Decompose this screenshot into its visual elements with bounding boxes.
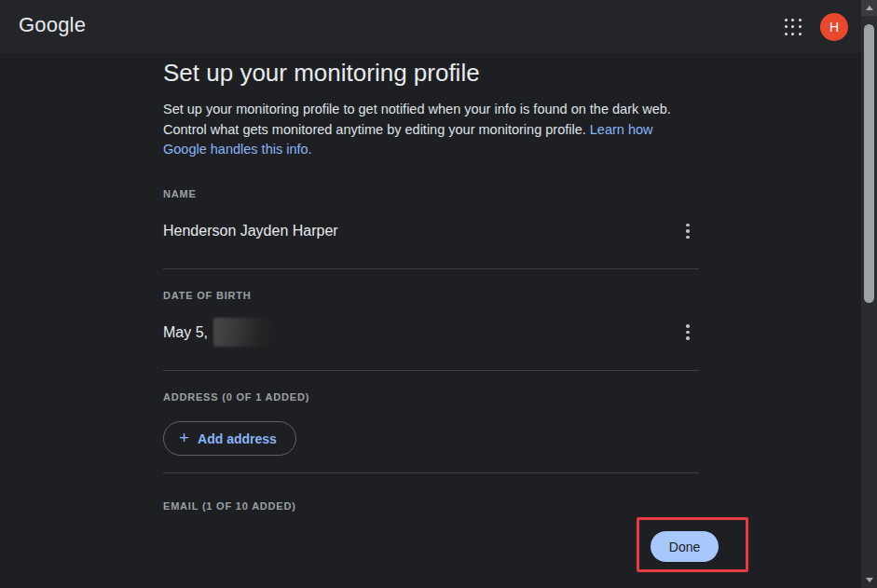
more-vert-icon: [686, 324, 690, 328]
section-divider: [163, 370, 699, 371]
dob-field-label: DATE OF BIRTH: [163, 290, 252, 301]
dob-value: May 5,: [163, 324, 208, 341]
address-field-label: ADDRESS (0 OF 1 ADDED): [163, 391, 309, 403]
apps-grid-icon: [785, 19, 788, 21]
section-divider: [163, 472, 699, 473]
arrow-down-icon: [866, 578, 873, 582]
section-divider: [163, 268, 699, 269]
top-app-bar: Google H: [0, 0, 877, 53]
plus-icon: +: [179, 429, 189, 446]
apps-grid-button[interactable]: [784, 18, 802, 36]
scrollbar-thumb[interactable]: [864, 24, 874, 303]
dob-field-row: May 5,: [163, 318, 699, 347]
dob-more-options-button[interactable]: [678, 322, 697, 343]
scroll-down-button[interactable]: [861, 572, 877, 588]
avatar-initial: H: [829, 20, 839, 34]
dark-web-report-page: Google H Set up your monitoring profile …: [0, 0, 877, 588]
vertical-scrollbar[interactable]: [861, 0, 877, 588]
page-title: Set up your monitoring profile: [163, 58, 480, 88]
google-logo[interactable]: Google: [19, 13, 86, 37]
name-field-label: NAME: [163, 188, 197, 199]
add-address-button[interactable]: + Add address: [163, 421, 296, 456]
account-avatar[interactable]: H: [820, 13, 848, 41]
page-description: Set up your monitoring profile to get no…: [163, 100, 699, 160]
name-more-options-button[interactable]: [678, 221, 697, 241]
name-field-row: Henderson Jayden Harper: [163, 221, 699, 241]
email-field-label: EMAIL (1 OF 10 ADDED): [163, 500, 296, 512]
done-button[interactable]: Done: [651, 531, 719, 562]
add-address-label: Add address: [198, 431, 277, 446]
scroll-up-button[interactable]: [861, 0, 877, 16]
dob-redaction-blur: [213, 318, 271, 347]
arrow-up-icon: [866, 6, 873, 10]
name-value: Henderson Jayden Harper: [163, 223, 338, 239]
more-vert-icon: [686, 224, 690, 227]
